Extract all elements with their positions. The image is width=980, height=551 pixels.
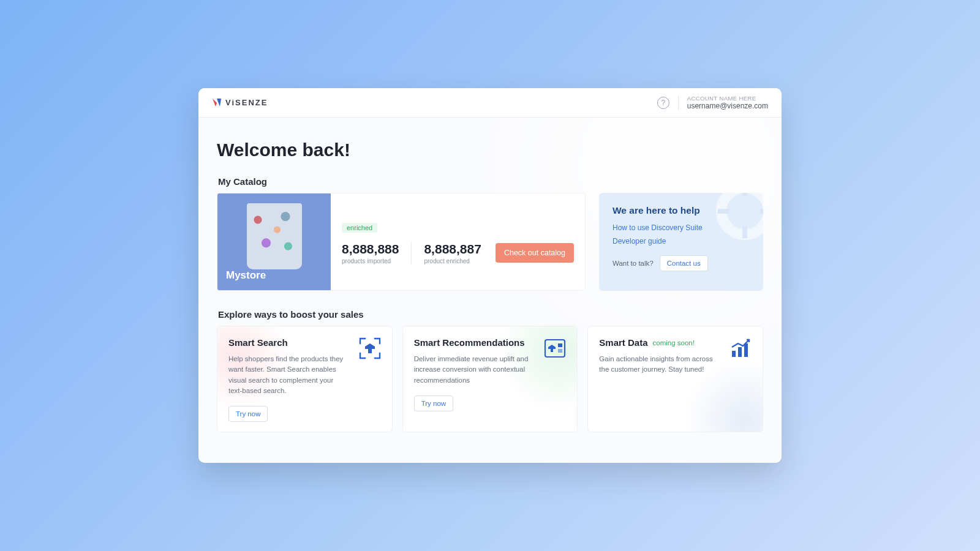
- svg-rect-2: [742, 227, 747, 238]
- svg-rect-3: [718, 209, 729, 214]
- visual-search-icon: [358, 336, 382, 361]
- brand-name: ViSENZE: [225, 98, 268, 107]
- card-smart-search: Smart Search Help shoppers find the prod…: [217, 326, 393, 432]
- card-desc: Help shoppers find the products they wan…: [228, 354, 345, 396]
- header-right: ? ACCOUNT NAME HERE username@visenze.com: [657, 95, 768, 111]
- help-icon[interactable]: ?: [657, 97, 669, 109]
- check-catalog-button[interactable]: Check out catalog: [496, 243, 574, 263]
- brand-logo[interactable]: ViSENZE: [212, 98, 268, 108]
- svg-rect-8: [732, 351, 736, 357]
- stat-imported-value: 8,888,888: [342, 242, 399, 257]
- card-title: Smart Recommendations: [414, 337, 525, 348]
- stat-enriched-label: product enriched: [424, 258, 481, 264]
- stat-enriched-value: 8,888,887: [424, 242, 481, 257]
- status-badge: enriched: [342, 223, 377, 233]
- row-catalog-help: Mystore enriched 8,888,888 products impo…: [217, 193, 763, 291]
- product-cards-row: Smart Search Help shoppers find the prod…: [217, 326, 763, 432]
- header-divider: [678, 96, 679, 110]
- catalog-stats: 8,888,888 products imported 8,888,887 pr…: [342, 241, 574, 264]
- page-title: Welcome back!: [217, 140, 763, 160]
- account-label: ACCOUNT NAME HERE: [687, 95, 768, 102]
- contact-us-button[interactable]: Contact us: [660, 255, 708, 271]
- visenze-logo-icon: [212, 98, 222, 108]
- content-area: Welcome back! My Catalog Mystore enriche…: [198, 118, 782, 447]
- coming-soon-label: coming soon!: [653, 339, 695, 347]
- card-smart-recommendations: Smart Recommendations Deliver immediate …: [402, 326, 578, 432]
- catalog-body: enriched 8,888,888 products imported 8,8…: [331, 193, 585, 290]
- help-footer: Want to talk? Contact us: [612, 255, 750, 271]
- svg-rect-7: [558, 349, 562, 353]
- analytics-icon: [728, 336, 753, 361]
- try-now-button[interactable]: Try now: [228, 406, 268, 422]
- catalog-thumbnail[interactable]: Mystore: [217, 193, 331, 290]
- svg-rect-6: [558, 343, 562, 347]
- card-desc: Gain actionable insights from across the…: [599, 354, 715, 375]
- stat-imported-label: products imported: [342, 258, 399, 264]
- explore-section: Explore ways to boost your sales Smart S…: [217, 309, 763, 432]
- svg-rect-10: [744, 343, 748, 357]
- svg-rect-9: [738, 347, 742, 357]
- stat-separator: [411, 241, 412, 264]
- account-email: username@visenze.com: [687, 102, 768, 110]
- card-desc: Deliver immediate revenue uplift and inc…: [414, 354, 530, 386]
- card-smart-data: Smart Data coming soon! Gain actionable …: [587, 326, 763, 432]
- app-window: ViSENZE ? ACCOUNT NAME HERE username@vis…: [198, 88, 782, 463]
- stat-imported: 8,888,888 products imported: [342, 242, 399, 264]
- try-now-button[interactable]: Try now: [414, 395, 453, 411]
- recommendations-icon: [543, 336, 567, 361]
- catalog-card: Mystore enriched 8,888,888 products impo…: [217, 193, 586, 291]
- explore-section-title: Explore ways to boost your sales: [218, 309, 763, 320]
- stat-enriched: 8,888,887 product enriched: [424, 242, 481, 264]
- catalog-section-title: My Catalog: [218, 176, 763, 187]
- account-block[interactable]: ACCOUNT NAME HERE username@visenze.com: [687, 95, 768, 111]
- card-title: Smart Search: [228, 337, 288, 348]
- help-talk-label: Want to talk?: [612, 260, 654, 267]
- store-name: Mystore: [226, 269, 266, 282]
- header-bar: ViSENZE ? ACCOUNT NAME HERE username@vis…: [198, 88, 782, 118]
- lifebuoy-icon: [715, 193, 763, 241]
- card-title: Smart Data: [599, 337, 647, 348]
- svg-rect-4: [760, 209, 763, 214]
- help-card: We are here to help How to use Discovery…: [599, 193, 763, 291]
- svg-point-0: [722, 193, 763, 234]
- svg-rect-1: [742, 193, 747, 196]
